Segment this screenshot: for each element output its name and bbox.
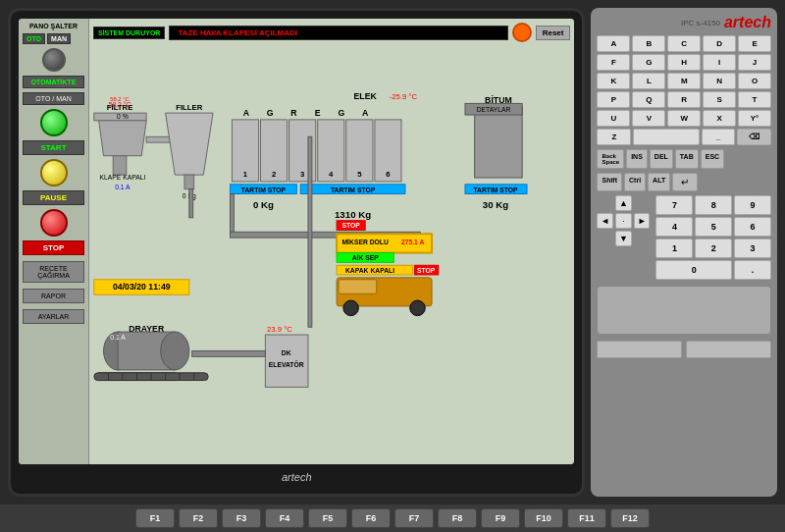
key-f3[interactable]: F3 [222, 508, 261, 528]
key-n[interactable]: N [703, 73, 736, 89]
svg-text:KAPAK KAPALI: KAPAK KAPALI [345, 267, 394, 274]
svg-text:G: G [267, 108, 274, 118]
svg-text:1: 1 [243, 170, 248, 179]
numpad: 7 8 9 4 5 6 1 2 3 0 . [655, 195, 771, 280]
key-f9[interactable]: F9 [481, 508, 520, 528]
svg-rect-50 [230, 194, 234, 233]
pano-switch[interactable] [42, 48, 66, 72]
key-q[interactable]: Q [632, 91, 665, 108]
key-f5[interactable]: F5 [308, 508, 347, 528]
svg-text:FILLER: FILLER [176, 103, 203, 112]
key-tab[interactable]: TAB [675, 149, 699, 169]
key-backspace[interactable]: ⌫ [737, 129, 771, 145]
nav-left[interactable]: ◄ [597, 213, 613, 229]
key-b[interactable]: B [632, 35, 665, 52]
nav-center[interactable]: · [615, 213, 632, 229]
man-button[interactable]: MAN [47, 33, 71, 44]
key-4[interactable]: 4 [655, 217, 693, 237]
key-2[interactable]: 2 [695, 239, 732, 258]
key-o[interactable]: O [738, 73, 771, 89]
key-l[interactable]: L [632, 73, 665, 89]
nav-right[interactable]: ► [634, 213, 651, 229]
key-f7[interactable]: F7 [394, 508, 434, 528]
key-a[interactable]: A [597, 35, 630, 52]
ayarlar-button[interactable]: AYARLAR [23, 309, 84, 324]
key-f4[interactable]: F4 [265, 508, 304, 528]
key-8[interactable]: 8 [695, 195, 732, 215]
recete-cagirma-button[interactable]: RECETEÇAĞIRMA [23, 261, 84, 283]
key-e[interactable]: E [738, 35, 771, 52]
key-h[interactable]: H [667, 54, 701, 71]
svg-text:E: E [315, 108, 321, 118]
key-v[interactable]: V [632, 110, 665, 127]
key-backspace-label[interactable]: BackSpace [597, 149, 624, 169]
svg-text:0.1 A: 0.1 A [110, 334, 126, 341]
key-ins[interactable]: INS [626, 149, 648, 169]
oto-button[interactable]: OTO [23, 33, 45, 44]
yellow-light [40, 159, 68, 186]
svg-text:30 Kg: 30 Kg [483, 199, 508, 210]
key-m[interactable]: M [667, 73, 701, 89]
key-alt[interactable]: ALT [648, 173, 670, 191]
pause-button[interactable]: PAUSE [23, 190, 84, 205]
key-3[interactable]: 3 [734, 239, 771, 258]
key-r[interactable]: R [667, 91, 701, 108]
key-f8[interactable]: F8 [438, 508, 477, 528]
key-shift[interactable]: Shift [597, 173, 622, 191]
key-z[interactable]: Z [597, 129, 631, 145]
key-6[interactable]: 6 [734, 217, 771, 237]
svg-rect-10 [146, 136, 170, 142]
svg-point-72 [161, 332, 189, 370]
key-t[interactable]: T [738, 91, 771, 108]
key-5[interactable]: 5 [695, 217, 732, 237]
key-ctrl[interactable]: Ctrl [624, 173, 646, 191]
key-0[interactable]: 0 [655, 260, 732, 280]
start-button[interactable]: START [23, 140, 84, 155]
key-w[interactable]: W [667, 110, 701, 127]
touchpad[interactable] [597, 286, 771, 335]
key-k[interactable]: K [597, 73, 630, 89]
key-u[interactable]: U [597, 110, 630, 127]
monitor-brand: artech [19, 468, 574, 486]
key-p[interactable]: P [597, 91, 630, 108]
svg-text:KLAPE KAPALI: KLAPE KAPALI [99, 174, 145, 181]
key-9[interactable]: 9 [734, 195, 771, 215]
svg-marker-5 [99, 121, 146, 156]
key-enter[interactable]: ↵ [672, 173, 698, 191]
key-f12[interactable]: F12 [610, 508, 650, 528]
svg-text:-25.9 °C: -25.9 °C [390, 92, 418, 101]
key-f6[interactable]: F6 [351, 508, 391, 528]
key-f1[interactable]: F1 [135, 508, 175, 528]
key-f[interactable]: F [597, 54, 630, 71]
oto-man-button[interactable]: OTO / MAN [23, 92, 84, 105]
svg-rect-66 [339, 280, 377, 294]
key-d[interactable]: D [703, 35, 736, 52]
touchpad-right-button[interactable] [686, 341, 771, 358]
key-c[interactable]: C [667, 35, 701, 52]
key-1[interactable]: 1 [655, 239, 693, 258]
touchpad-left-button[interactable] [597, 341, 682, 358]
key-del[interactable]: DEL [650, 149, 673, 169]
svg-rect-13 [184, 175, 194, 189]
key-s[interactable]: S [703, 91, 736, 108]
key-f10[interactable]: F10 [524, 508, 563, 528]
keyboard-rows: A B C D E F G H I J K L M N O [597, 35, 771, 145]
stop-button[interactable]: STOP [23, 240, 84, 255]
key-g[interactable]: G [632, 54, 665, 71]
key-esc[interactable]: ESC [701, 149, 724, 169]
key-f11[interactable]: F11 [567, 508, 606, 528]
key-7[interactable]: 7 [655, 195, 693, 215]
rapor-button[interactable]: RAPOR [23, 289, 84, 303]
key-i[interactable]: I [703, 54, 736, 71]
key-x[interactable]: X [703, 110, 736, 127]
otomatik-button[interactable]: OTOMATİKTE [23, 76, 84, 88]
key-f2[interactable]: F2 [179, 508, 218, 528]
key-y[interactable]: Y° [738, 110, 771, 127]
key-j[interactable]: J [738, 54, 771, 71]
nav-down[interactable]: ▼ [615, 231, 632, 246]
touchpad-buttons [597, 341, 771, 358]
key-dot[interactable]: . [734, 260, 771, 280]
key-space[interactable] [633, 129, 699, 145]
key-underscore[interactable]: _ [702, 129, 736, 145]
nav-up[interactable]: ▲ [615, 195, 632, 211]
